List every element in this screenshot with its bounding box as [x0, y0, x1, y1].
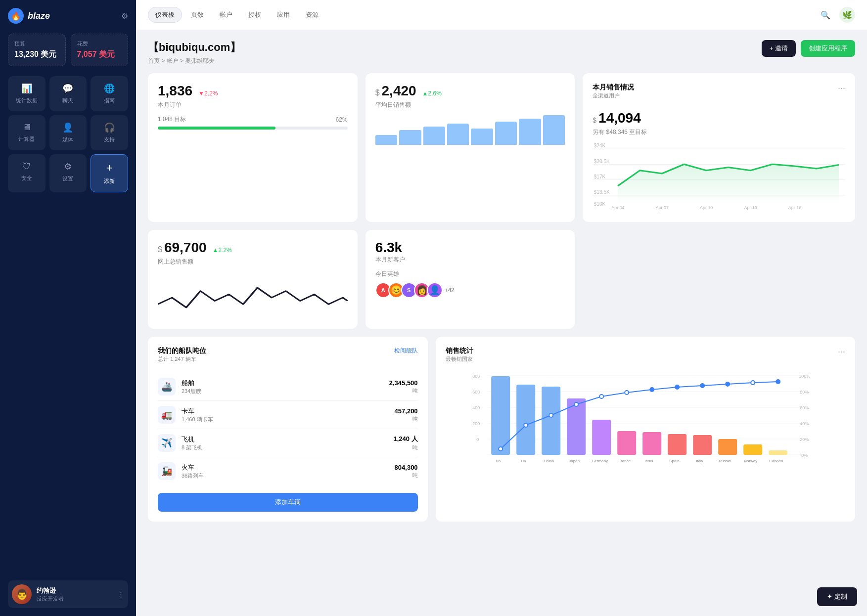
svg-text:0%: 0%	[801, 453, 808, 458]
svg-rect-48	[693, 435, 712, 455]
support-label: 支持	[104, 136, 115, 143]
user-profile-icon[interactable]: 🌿	[839, 7, 855, 23]
svg-rect-44	[642, 432, 661, 455]
sales-stats-chart: 800 600 400 200 0 100% 80% 60% 40% 20% 0…	[446, 371, 845, 480]
svg-text:80%: 80%	[800, 390, 809, 395]
chat-label: 聊天	[62, 97, 73, 104]
monthly-sales-header: 本月销售情况 全渠道用户 ···	[593, 83, 845, 99]
fleet-info-plane: 飞机 8 架飞机	[182, 435, 387, 451]
sales-stats-more-icon[interactable]: ···	[838, 347, 845, 357]
monthly-sales-card: 本月销售情况 全渠道用户 ··· $ 14,094 另有 $48,346 至目标	[583, 73, 855, 222]
svg-rect-46	[668, 434, 686, 455]
tab-auth[interactable]: 授权	[241, 7, 268, 22]
truck-icon: 🚛	[158, 406, 176, 424]
bar-7	[519, 119, 541, 145]
svg-point-57	[524, 423, 528, 427]
svg-point-60	[599, 395, 603, 398]
sidebar-item-settings[interactable]: ⚙ 设置	[49, 154, 87, 192]
tab-apps[interactable]: 应用	[270, 7, 297, 22]
content-area: 【biqubiqu.com】 首页 > 帐户 > 奥弗维耶夫 + 邀请 创建应用…	[136, 30, 867, 616]
svg-text:$24K: $24K	[594, 143, 606, 149]
total-sales-value: 69,700	[164, 240, 207, 256]
header-actions: + 邀请 创建应用程序	[762, 40, 855, 57]
monthly-sales-more-icon[interactable]: ···	[838, 83, 845, 93]
topnav-actions: 🔍 🌿	[818, 7, 855, 23]
sidebar-logo: 🔥 blaze ⚙	[8, 8, 128, 24]
ship-icon: 🚢	[158, 378, 176, 396]
customize-button[interactable]: ✦ 定制	[817, 587, 857, 606]
monthly-sales-subtitle: 全渠道用户	[593, 92, 634, 99]
user-menu-icon[interactable]: ⋮	[118, 591, 124, 598]
page-header-left: 【biqubiqu.com】 首页 > 帐户 > 奥弗维耶夫	[148, 40, 241, 65]
sales-chart-container: 800 600 400 200 0 100% 80% 60% 40% 20% 0…	[446, 371, 845, 481]
train-icon: 🚂	[158, 462, 176, 480]
security-label: 安全	[21, 175, 32, 182]
new-customers-value: 6.3k	[375, 240, 565, 256]
sales-stats-card: 销售统计 最畅销国家 ···	[436, 337, 855, 522]
plane-icon: ✈️	[158, 434, 176, 452]
sidebar-footer: 👨 约翰逊 反应开发者 ⋮	[8, 580, 128, 608]
fleet-unit-ship: 吨	[412, 388, 418, 394]
svg-text:$17K: $17K	[594, 174, 606, 179]
orders-pct: 62%	[336, 116, 348, 123]
monthly-sales-sub: 另有 $48,346 至目标	[593, 128, 845, 136]
svg-point-58	[549, 413, 553, 417]
svg-point-65	[726, 382, 730, 386]
sidebar-top-settings-icon[interactable]: ⚙	[121, 11, 128, 21]
bar-6	[495, 122, 517, 145]
sidebar-item-guide[interactable]: 🌐 指南	[91, 76, 128, 111]
search-icon[interactable]: 🔍	[818, 7, 833, 23]
daily-sales-bars	[375, 115, 565, 145]
logo-text: blaze	[28, 11, 50, 21]
svg-text:Italy: Italy	[696, 459, 703, 463]
fleet-count-plane: 8 架飞机	[182, 444, 387, 451]
total-sales-label: 网上总销售额	[158, 258, 348, 266]
svg-text:Norway: Norway	[744, 459, 757, 463]
fleet-count-truck: 1,460 辆卡车	[182, 416, 389, 423]
fleet-link[interactable]: 检阅舰队	[394, 347, 418, 355]
svg-point-56	[499, 447, 502, 451]
sidebar-item-add[interactable]: + 添新	[91, 154, 128, 192]
daily-sales-label: 平均日销售额	[375, 101, 565, 109]
orders-change: ▼2.2%	[198, 90, 218, 97]
orders-label: 本月订单	[158, 101, 348, 109]
svg-text:800: 800	[472, 374, 480, 379]
monthly-dollar: $	[593, 116, 596, 124]
orders-progress-fill	[158, 127, 275, 130]
sidebar-item-support[interactable]: 🎧 支持	[91, 115, 128, 150]
svg-text:$10K: $10K	[594, 201, 606, 207]
sidebar-item-stats[interactable]: 📊 统计数据	[8, 76, 46, 111]
fleet-info-train: 火车 36路列车	[182, 463, 389, 480]
fleet-amount-truck: 457,200	[395, 407, 418, 415]
fleet-item-plane: ✈️ 飞机 8 架飞机 1,240 人 吨	[158, 429, 418, 457]
tab-resources[interactable]: 资源	[299, 7, 325, 22]
svg-text:UK: UK	[521, 459, 527, 463]
bar-4	[447, 124, 469, 145]
svg-text:200: 200	[472, 421, 480, 426]
svg-text:40%: 40%	[800, 421, 809, 426]
orders-target: 1,048 目标	[158, 115, 186, 124]
invite-button[interactable]: + 邀请	[762, 40, 796, 57]
orders-card: 1,836 ▼2.2% 本月订单 1,048 目标 62%	[148, 73, 358, 222]
create-app-button[interactable]: 创建应用程序	[801, 40, 855, 57]
sales-stats-subtitle: 最畅销国家	[446, 355, 473, 363]
sidebar: 🔥 blaze ⚙ 预算 13,230 美元 花费 7,057 美元 📊 统计数…	[0, 0, 136, 616]
sidebar-item-calc[interactable]: 🖥 计算器	[8, 115, 46, 150]
metrics-row-1: 1,836 ▼2.2% 本月订单 1,048 目标 62% $ 2,420 ▲2…	[148, 73, 855, 222]
svg-point-67	[776, 380, 780, 384]
svg-rect-34	[516, 385, 535, 455]
svg-point-59	[574, 402, 578, 406]
tab-accounts[interactable]: 帐户	[213, 7, 239, 22]
sidebar-item-chat[interactable]: 💬 聊天	[49, 76, 87, 111]
total-sales-change: ▲2.2%	[213, 247, 232, 254]
add-vehicle-button[interactable]: 添加车辆	[158, 493, 418, 512]
guide-icon: 🌐	[104, 83, 115, 94]
svg-point-62	[650, 388, 654, 392]
tab-dashboard[interactable]: 仪表板	[148, 7, 182, 23]
sidebar-item-security[interactable]: 🛡 安全	[8, 154, 46, 192]
fleet-header: 我们的船队吨位 总计 1,247 辆车 检阅舰队	[158, 347, 418, 371]
tab-pages[interactable]: 页数	[184, 7, 211, 22]
sidebar-item-media[interactable]: 👤 媒体	[49, 115, 87, 150]
hero-avatars: A 😊 S 👩 👤 +42	[375, 282, 565, 298]
svg-text:$13.5K: $13.5K	[594, 189, 610, 195]
